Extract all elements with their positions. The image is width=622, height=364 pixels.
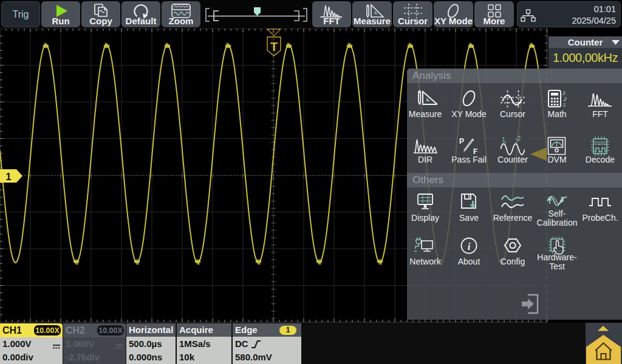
svg-text:2: 2	[518, 136, 521, 142]
svg-text:P: P	[459, 137, 464, 146]
svg-text:0101: 0101	[595, 140, 606, 146]
svg-text:1: 1	[5, 171, 11, 183]
svg-text:T: T	[270, 40, 278, 53]
svg-text:i: i	[468, 241, 471, 252]
svg-text:1: 1	[502, 136, 505, 143]
svg-text:3: 3	[562, 102, 566, 108]
